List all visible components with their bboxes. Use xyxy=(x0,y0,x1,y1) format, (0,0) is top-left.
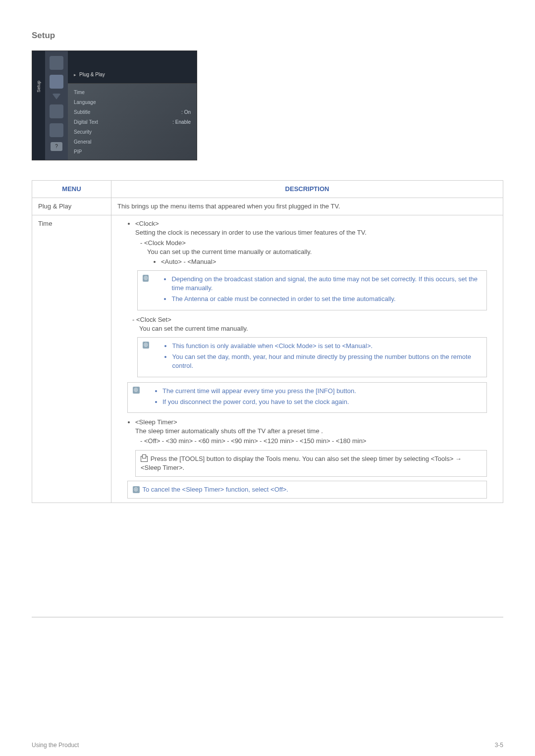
chevron-right-icon: ▸ xyxy=(74,72,76,78)
tv-menu-screenshot: Setup ? ▸ Plug & Play Time Language Subt… xyxy=(32,50,197,160)
tv-icon-generic xyxy=(50,56,63,70)
note-item: The current time will appear every time … xyxy=(162,387,356,396)
tv-menu-row: General xyxy=(74,137,191,147)
footer-left: Using the Product xyxy=(32,741,79,750)
note-item: The Antenna or cable must be connected i… xyxy=(171,295,482,303)
clock-set-title: <Clock Set> xyxy=(136,316,171,323)
section-title: Setup xyxy=(32,30,503,42)
tv-menu-row: Security xyxy=(74,127,191,137)
sleep-desc: The sleep timer automatically shuts off … xyxy=(135,427,323,435)
tv-menu-content: ▸ Plug & Play Time Language Subtitle: On… xyxy=(68,51,197,160)
tv-menu-row: Subtitle: On xyxy=(74,107,191,117)
note-box: The current time will appear every time … xyxy=(127,382,487,413)
tv-icon-setup xyxy=(50,75,63,89)
note-item: If you disconnect the power cord, you ha… xyxy=(162,398,356,406)
tv-menu-header-label: Plug & Play xyxy=(79,71,105,78)
clock-desc: Setting the clock is necessary in order … xyxy=(135,229,367,236)
sleep-title: <Sleep Timer> xyxy=(135,418,177,426)
tools-icon xyxy=(141,456,148,462)
description-cell: <Clock> Setting the clock is necessary i… xyxy=(111,215,503,503)
note-item: Depending on the broadcast station and s… xyxy=(171,275,482,293)
note-item: You can set the day, month, year, hour a… xyxy=(172,353,482,370)
tv-sidebar-label: Setup xyxy=(36,81,42,93)
sleep-options: <Off> - <30 min> - <60 min> - <90 min> -… xyxy=(144,437,367,445)
table-row: Time <Clock> Setting the clock is necess… xyxy=(32,215,503,503)
tv-menu-row: Digital Text: Enable xyxy=(74,117,191,127)
note-box: To cancel the <Sleep Timer> function, se… xyxy=(127,481,487,499)
tv-sidebar-tab: Setup xyxy=(32,51,45,160)
table-header-menu: MENU xyxy=(32,180,111,198)
description-cell: This brings up the menu items that appea… xyxy=(111,198,503,215)
note-icon xyxy=(133,387,140,394)
tv-icon-generic xyxy=(50,123,63,137)
tools-note-text: Press the [TOOLS] button to display the … xyxy=(141,455,462,471)
tv-icon-generic xyxy=(50,104,63,118)
footer-right: 3-5 xyxy=(495,741,503,750)
clock-mode-desc: You can set up the current time manually… xyxy=(147,248,312,255)
tv-menu-row: Language xyxy=(74,98,191,107)
clock-mode-title: <Clock Mode> xyxy=(144,239,186,247)
tools-note: Press the [TOOLS] button to display the … xyxy=(135,450,487,477)
tv-menu-row: PIP xyxy=(74,147,191,157)
tv-icon-column: ? xyxy=(45,51,68,160)
menu-cell: Plug & Play xyxy=(32,198,111,215)
table-row: Plug & Play This brings up the menu item… xyxy=(32,198,503,215)
tv-menu-header: ▸ Plug & Play xyxy=(68,51,197,84)
tv-icon-help: ? xyxy=(51,142,62,151)
footer-rule xyxy=(32,617,503,617)
note-icon xyxy=(133,486,140,493)
note-icon xyxy=(143,275,149,282)
note-box: Depending on the broadcast station and s… xyxy=(137,270,487,310)
cancel-note: To cancel the <Sleep Timer> function, se… xyxy=(142,486,288,493)
note-box: This function is only available when <Cl… xyxy=(137,337,487,377)
tv-menu-row: Time xyxy=(74,88,191,98)
manual-table: MENU DESCRIPTION Plug & Play This brings… xyxy=(32,180,503,503)
clock-title: <Clock> xyxy=(135,220,159,227)
tv-menu-list: Time Language Subtitle: On Digital Text:… xyxy=(68,84,197,161)
page-footer: Using the Product 3-5 xyxy=(32,736,503,750)
table-header-description: DESCRIPTION xyxy=(111,180,503,198)
note-item: This function is only available when <Cl… xyxy=(172,342,482,351)
clock-set-desc: You can set the current time manually. xyxy=(139,325,248,332)
clock-mode-options: <Auto> - <Manual> xyxy=(161,258,216,265)
menu-cell: Time xyxy=(32,215,111,503)
tv-icon-down-arrow xyxy=(52,94,61,100)
note-icon xyxy=(143,342,149,349)
